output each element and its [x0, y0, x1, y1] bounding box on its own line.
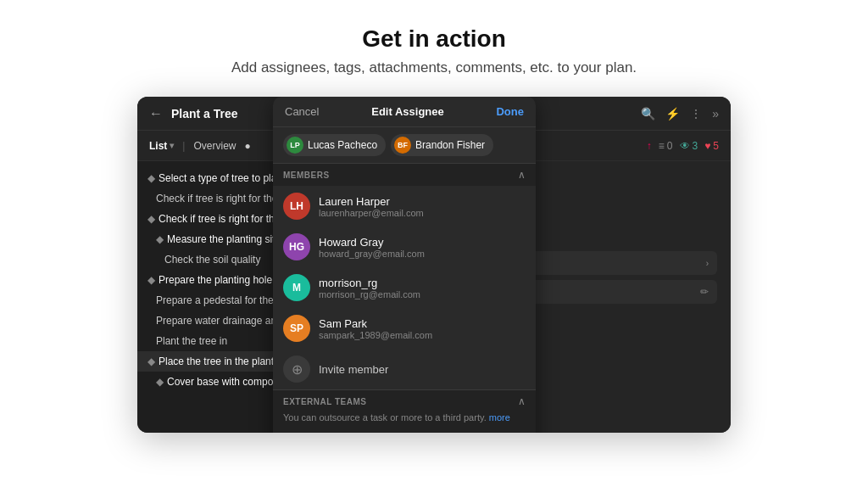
subtasks-chevron: ›	[706, 259, 709, 268]
member-email-sam: sampark_1989@email.com	[319, 330, 432, 340]
assignee-name-brandon: Brandon Fisher	[415, 139, 485, 151]
member-name-morrison: morrison_rg	[319, 277, 420, 289]
ext-section-header: EXTERNAL TEAMS ∧	[273, 390, 536, 412]
member-name-howard: Howard Gray	[319, 236, 425, 249]
modal-header: Cancel Edit Assignee Done	[273, 97, 536, 127]
stat-heart: ♥ 5	[704, 140, 719, 152]
members-toggle[interactable]: ∧	[518, 169, 526, 181]
dot-tab[interactable]: ●	[244, 140, 250, 152]
assignee-avatar-brandon: BF	[394, 137, 411, 154]
external-teams-section: EXTERNAL TEAMS ∧ You can outsource a tas…	[273, 389, 536, 433]
page-header: Get in action Add assignees, tags, attac…	[231, 25, 637, 76]
assignee-chip-brandon[interactable]: BF Brandon Fisher	[391, 134, 493, 156]
modal-done-button[interactable]: Done	[496, 105, 524, 118]
ext-section-toggle[interactable]: ∧	[518, 395, 526, 407]
invite-icon: ⊕	[283, 355, 310, 383]
edit-assignee-modal: Cancel Edit Assignee Done LP Lucas Pache…	[273, 97, 536, 433]
selected-assignees: LP Lucas Pacheco BF Brandon Fisher	[273, 127, 536, 164]
invite-label: Invite member	[319, 363, 388, 376]
member-email-lauren: laurenharper@email.com	[319, 208, 424, 218]
member-name-lauren: Lauren Harper	[319, 195, 424, 208]
modal-title: Edit Assignee	[371, 105, 443, 118]
top-bar-actions: 🔍 ⚡ ⋮ »	[641, 107, 719, 120]
page-subtitle: Add assignees, tags, attachments, commen…	[231, 59, 637, 76]
member-avatar-howard: HG	[283, 233, 310, 260]
assignee-name-lucas: Lucas Pacheco	[308, 139, 377, 151]
member-item-sam[interactable]: SP Sam Park sampark_1989@email.com	[273, 308, 536, 349]
modal-cancel-button[interactable]: Cancel	[285, 105, 319, 118]
stat-up: ↑	[647, 140, 652, 152]
member-item-lauren[interactable]: LH Lauren Harper laurenharper@email.com	[273, 186, 536, 227]
member-email-howard: howard_gray@email.com	[319, 249, 425, 259]
members-section-label: MEMBERS	[283, 171, 330, 180]
member-avatar-morrison: M	[283, 274, 310, 301]
list-tab[interactable]: List ▾	[149, 140, 174, 152]
overview-tab[interactable]: Overview	[193, 140, 236, 152]
member-avatar-lauren: LH	[283, 193, 310, 220]
page-title: Get in action	[231, 25, 637, 53]
more-icon[interactable]: ⋮	[690, 107, 702, 120]
stat-eye: 👁 3	[680, 140, 698, 152]
edit-assignee-icon[interactable]: ✏	[700, 286, 709, 298]
create-external-team-button[interactable]: ⊕ Create external team	[273, 428, 536, 433]
assignee-avatar-lucas: LP	[287, 137, 303, 154]
stat-list: ≡ 0	[659, 140, 673, 152]
invite-member-button[interactable]: ⊕ Invite member	[273, 349, 536, 389]
member-item-morrison[interactable]: M morrison_rg morrison_rg@email.com	[273, 267, 536, 308]
app-window: ← Plant a Tree 🔍 ⚡ ⋮ » List ▾ | Overview…	[137, 97, 731, 433]
expand-icon[interactable]: »	[712, 107, 719, 120]
assignee-chip-lucas[interactable]: LP Lucas Pacheco	[283, 134, 386, 156]
member-avatar-sam: SP	[283, 315, 310, 342]
search-icon[interactable]: 🔍	[641, 107, 655, 120]
back-button[interactable]: ←	[149, 106, 163, 121]
ext-desc: You can outsource a task or more to a th…	[273, 412, 536, 428]
member-email-morrison: morrison_rg@email.com	[319, 289, 420, 299]
member-name-sam: Sam Park	[319, 317, 432, 330]
more-link[interactable]: more	[489, 412, 510, 423]
stats-row: ↑ ≡ 0 👁 3 ♥ 5	[647, 140, 719, 152]
ext-section-label: EXTERNAL TEAMS	[283, 397, 367, 406]
member-item-howard[interactable]: HG Howard Gray howard_gray@email.com	[273, 227, 536, 267]
members-section-header: MEMBERS ∧	[273, 164, 536, 186]
filter-icon[interactable]: ⚡	[665, 107, 680, 120]
